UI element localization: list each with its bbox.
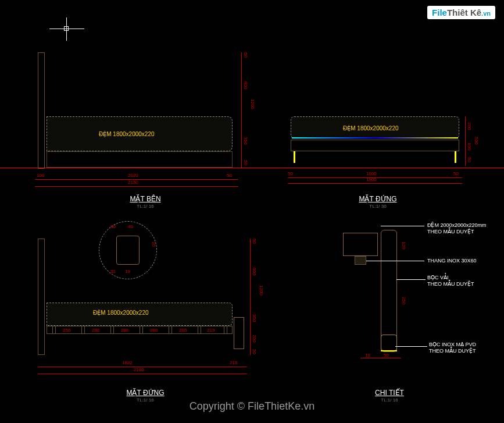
dc-headboard-piece [116,236,140,265]
fb-50t: 50 [252,239,257,244]
side-scale: TL:1/ 16 [116,204,174,209]
dim-h-ft2 [288,183,462,184]
logo-thietke: Thiêt Kê [447,8,481,17]
sd-219: 219 [207,328,215,333]
front-top-scale: TL:1/ 30 [349,204,407,209]
detail-pvd-trim [381,350,397,351]
det-18: 18 [365,353,370,358]
crosshair-pickbox [64,26,69,31]
ft-50l: 50 [288,171,293,176]
front-top-frame [291,140,459,151]
slat-6 [198,326,201,334]
det-dimh [360,358,401,358]
ft-50: 50 [467,157,472,162]
fb-dimh2 [38,374,247,374]
fb-600: 600 [252,268,257,275]
dim-2020: 2020 [128,173,138,178]
dim-50r: 50 [227,173,232,178]
slat-7 [224,326,227,334]
dim-100: 100 [37,173,44,178]
view-front-top: ĐỆM 1800x2000x220 200 100 50 500 50 1800… [285,116,482,204]
dc-60: 60 [110,224,116,229]
slat-1 [52,326,56,334]
side-frame [47,151,233,168]
front-top-title: MẶT ĐỨNG [349,195,407,203]
logo-file: File [432,8,447,17]
detail-mattress-section [343,233,378,256]
anno-pvd-txt: BỌC INOX MẠ PVD THEO MẪU DUYỆT [429,342,476,354]
det-50: 50 [384,353,389,358]
dim-50b: 50 [243,160,248,165]
side-mattress-label: ĐỆM 1800x2000x220 [99,131,155,137]
leader-inox [366,261,424,261]
dc-19: 19 [125,269,130,274]
fb-footboard [234,317,244,349]
side-headboard [38,52,45,169]
detail-vertical-piece [381,230,397,352]
sd-286d: 286 [179,328,187,333]
front-bottom-scale: TL:1/ 16 [116,397,174,403]
fb-mattress-label: ĐỆM 1800x2000x220 [93,310,149,316]
fb-200: 200 [252,335,257,342]
det-250: 250 [401,297,406,304]
fb-350: 350 [252,314,257,322]
copyright-watermark: Copyright © FileThietKe.vn [190,400,314,413]
anno-inox: THANG INOX 30X60 [427,258,477,264]
dc-31: 31 [110,269,116,274]
sd-286c: 286 [150,328,158,333]
dim-1200: 1200 [250,99,255,109]
view-side: ĐỆM 1800x2000x220 50 600 1200 350 50 100… [35,52,256,204]
front-top-mattress-label: ĐỆM 1800x2000x220 [343,125,399,131]
leader-fabric [396,279,426,280]
slat-4 [140,326,143,334]
slat-3 [110,326,114,334]
dim-600: 600 [243,81,248,89]
sd-286b: 286 [121,328,128,333]
dim-v-side [241,52,242,169]
leader-mattress [381,226,424,226]
ft-50r: 50 [453,171,459,176]
logo-vn: .vn [481,10,491,17]
dim-2150: 2150 [128,180,138,185]
fb-dimv [250,239,251,355]
dim-h-side2 [35,186,238,187]
dim-350: 350 [243,137,248,144]
front-top-leg-l [294,151,295,163]
fb-50b: 50 [252,349,257,354]
ft-500: 500 [474,137,479,144]
det-120: 120 [401,241,406,249]
front-top-leg-r [455,151,456,163]
dim-v-ft [465,116,466,166]
anno-fabric: BỌC VẢI THEO MẪU DUYỆT [427,275,474,287]
leader-pvd [395,346,427,347]
slat-2 [81,326,85,334]
ft-200: 200 [467,122,472,130]
sd-256: 256 [63,328,70,333]
cad-crosshair-cursor [58,20,76,38]
fb-1882: 1882 [122,360,133,365]
anno-mattress-l1: ĐỆM 2000x2000x220mm THEO MẪU DUYỆT [427,222,487,234]
front-top-edge [292,137,458,138]
side-title: MẶT BÊN [116,195,174,203]
logo-watermark: FileThiêt Kê.vn [427,6,495,19]
detail-title: CHI TIẾT [360,389,419,397]
fb-218: 218 [230,360,237,365]
fb-1200: 1200 [259,285,264,296]
slat-5 [169,326,172,334]
front-bottom-title: MẶT ĐỨNG [116,389,174,397]
view-detail: ĐỆM 2000x2000x220mm THEO MẪU DUYỆT THANG… [326,221,500,396]
detail-scale: TL:1/ 16 [360,397,419,403]
anno-pvd: BỌC INOX MẠ PVD THEO MẪU DUYỆT [429,342,476,354]
dc-20: 20 [151,241,156,247]
detail-inox-bar [355,256,366,265]
dc-40: 40 [128,224,133,229]
ft-1800: 1800 [366,171,377,176]
detail-bottom-cap [381,335,397,351]
sd-286a: 286 [92,328,99,333]
view-front-bottom: 60 40 20 31 19 ĐỆM 1800x2000x220 256 286… [35,221,267,396]
fb-headboard [38,239,45,355]
anno-fabric-txt: BỌC VẢI THEO MẪU DUYỆT [427,275,474,287]
fb-2100: 2100 [134,367,144,372]
ft-100: 100 [467,143,472,150]
ft-1900: 1900 [366,177,377,182]
